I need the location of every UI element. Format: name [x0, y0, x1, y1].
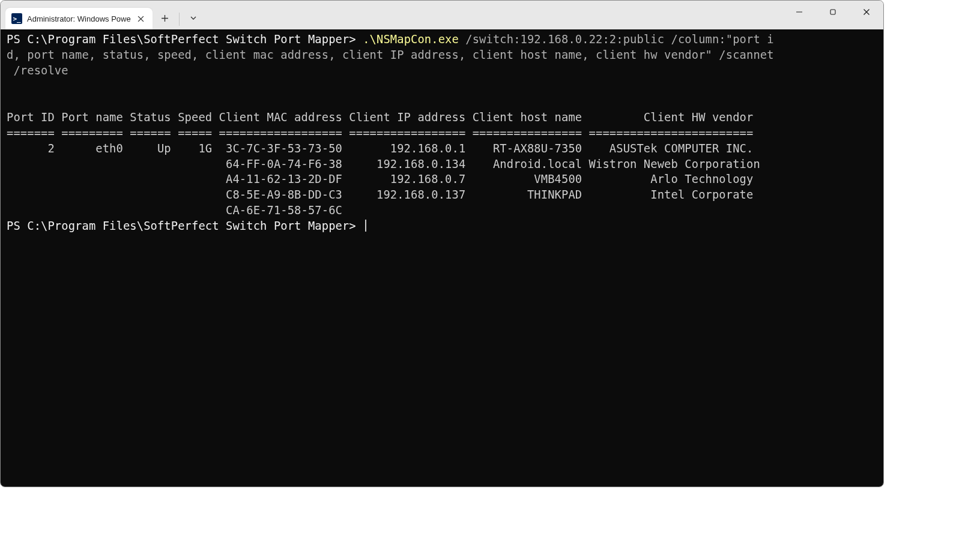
- new-tab-button[interactable]: [153, 8, 178, 28]
- chevron-down-icon: [190, 14, 197, 22]
- window-controls: [782, 1, 883, 23]
- table-row: A4-11-62-13-2D-DF 192.168.0.7 VMB4500 Ar…: [7, 173, 753, 185]
- minimize-icon: [796, 8, 803, 16]
- table-row: CA-6E-71-58-57-6C: [7, 204, 342, 217]
- command-exe: .\NSMapCon.exe: [363, 33, 459, 46]
- command-args-2: d, port name, status, speed, client mac …: [7, 49, 774, 61]
- table-header: Port ID Port name Status Speed Client MA…: [7, 111, 753, 124]
- window-close-button[interactable]: [850, 1, 883, 23]
- close-icon: [138, 16, 144, 22]
- tab-dropdown-button[interactable]: [181, 8, 206, 28]
- close-icon: [863, 8, 870, 16]
- table-row: 64-FF-0A-74-F6-38 192.168.0.134 Android.…: [7, 158, 760, 170]
- minimize-button[interactable]: [782, 1, 816, 23]
- terminal-window: >_ Administrator: Windows Powe: [0, 0, 884, 487]
- cursor: [365, 220, 366, 232]
- titlebar-separator: [179, 13, 180, 26]
- svg-rect-5: [830, 10, 835, 14]
- tab-close-button[interactable]: [136, 13, 147, 24]
- plus-icon: [161, 14, 169, 22]
- titlebar[interactable]: >_ Administrator: Windows Powe: [1, 1, 883, 29]
- table-separator: ======= ========= ====== ===== =========…: [7, 127, 753, 139]
- table-row: 2 eth0 Up 1G 3C-7C-3F-53-73-50 192.168.0…: [7, 142, 753, 155]
- prompt: PS C:\Program Files\SoftPerfect Switch P…: [7, 33, 363, 46]
- command-args-1: /switch:192.168.0.22:2:public /column:"p…: [459, 33, 774, 46]
- powershell-icon: >_: [11, 13, 22, 24]
- terminal-output[interactable]: PS C:\Program Files\SoftPerfect Switch P…: [1, 29, 883, 487]
- maximize-button[interactable]: [816, 1, 850, 23]
- tab-powershell[interactable]: >_ Administrator: Windows Powe: [5, 8, 153, 29]
- command-args-3: /resolve: [7, 64, 68, 77]
- maximize-icon: [829, 8, 836, 16]
- table-row: C8-5E-A9-8B-DD-C3 192.168.0.137 THINKPAD…: [7, 188, 753, 201]
- prompt: PS C:\Program Files\SoftPerfect Switch P…: [7, 220, 363, 232]
- tab-title: Administrator: Windows Powe: [27, 14, 131, 23]
